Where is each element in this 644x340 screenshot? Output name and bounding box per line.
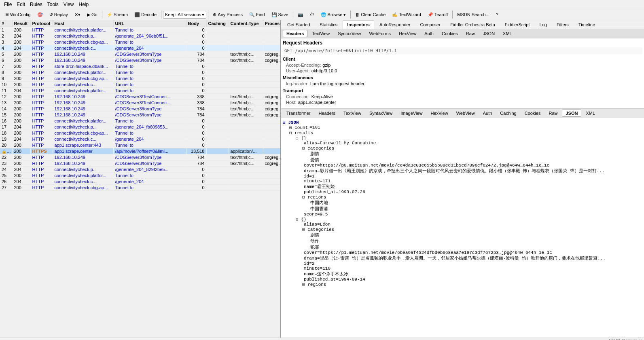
resp-tab-xml[interactable]: XML [582, 110, 599, 117]
cell-caching [206, 148, 229, 154]
resp-tab-transformer[interactable]: Transformer [283, 110, 314, 117]
table-row[interactable]: 18 200 HTTP connectivitycheck.cbg-ap... … [0, 130, 280, 136]
menu-rules[interactable]: Rules [28, 1, 45, 8]
tab-filters[interactable]: Filters [552, 20, 573, 29]
table-row[interactable]: 4 204 HTTP connectivitycheck.c... /gener… [0, 45, 280, 51]
tab-get-started[interactable]: Get Started [283, 20, 314, 29]
table-row[interactable]: 16 200 HTTP connectivitycheck.platfor...… [0, 118, 280, 124]
textwizard-button[interactable]: ✍ TextWizard [389, 11, 424, 19]
json-node: published_at=1994-09-14 [283, 277, 642, 282]
cell-result: 204 [12, 179, 30, 185]
clear-cache-button[interactable]: 🗑 Clear Cache [352, 11, 388, 18]
json-node: id=1 [283, 174, 642, 179]
timer-button[interactable]: ⏱ [307, 11, 317, 18]
keep-dropdown[interactable]: Keep: All sessions ▾ [163, 11, 206, 19]
cell-result: 204 [12, 124, 30, 130]
table-row[interactable]: 5 200 HTTP 192.168.10.249 /CDGServer3/fo… [0, 51, 280, 57]
resp-tab-textview[interactable]: TextView [340, 110, 365, 117]
save-button[interactable]: 💾 Save [269, 11, 291, 19]
go-button[interactable]: ▶ Go [84, 11, 100, 19]
table-row[interactable]: 🔒21 200 HTTPS app1.scrape.center /api/mo… [0, 148, 280, 154]
browse-button[interactable]: 🌐 Browse ▾ [318, 11, 349, 19]
req-tab-auth[interactable]: Auth [421, 30, 437, 37]
table-row[interactable]: 25 200 HTTP connectivitycheck.platfor...… [0, 173, 280, 179]
resp-tab-syntaxview[interactable]: SyntaxView [366, 110, 396, 117]
resp-tab-hexview[interactable]: HexView [427, 110, 451, 117]
table-row[interactable]: 22 200 HTTP 192.168.10.249 /CDGServer3/f… [0, 154, 280, 160]
table-row[interactable]: 27 200 HTTP connectivitycheck.cbg-ap... … [0, 185, 280, 191]
traffic-table[interactable]: # Result Protocol Host URL Body Caching … [0, 20, 280, 338]
table-row[interactable]: 1 200 HTTP connectivitycheck.platfor... … [0, 27, 280, 33]
cell-caching [206, 57, 229, 63]
table-row[interactable]: 8 200 HTTP connectivitycheck.platfor... … [0, 70, 280, 76]
table-row[interactable]: 26 204 HTTP connectivitycheck.c... /gene… [0, 179, 280, 185]
any-process-button[interactable]: ⊕ Any Process [210, 11, 246, 19]
tab-autoresponder[interactable]: AutoResponder [375, 20, 415, 29]
req-tab-xml[interactable]: XML [499, 30, 516, 37]
resp-tab-auth[interactable]: Auth [479, 110, 496, 117]
table-row[interactable]: 11 204 HTTP connectivitycheck.platfor...… [0, 88, 280, 94]
table-row[interactable]: 10 200 HTTP connectivitycheck.c... Tunne… [0, 82, 280, 88]
table-row[interactable]: 17 204 HTTP connectivitycheck.p... /gene… [0, 124, 280, 130]
cell-content-type: text/html;c... [229, 51, 263, 57]
resp-tab-cookies[interactable]: Cookies [521, 110, 544, 117]
tab-composer[interactable]: Composer [415, 20, 445, 29]
menu-edit[interactable]: Edit [14, 1, 28, 8]
screenshot-button[interactable]: 📷 [295, 11, 306, 19]
resp-tab-raw[interactable]: Raw [545, 110, 561, 117]
table-row[interactable]: 13 200 HTTP 192.168.10.249 /CDGServer3/T… [0, 100, 280, 106]
table-row[interactable]: 24 204 HTTP connectivitycheck.p... /gene… [0, 167, 280, 173]
req-tab-cookies[interactable]: Cookies [438, 30, 462, 37]
x-button[interactable]: ✕▾ [72, 11, 83, 19]
req-tab-textview[interactable]: TextView [308, 30, 333, 37]
baton-icon-btn[interactable]: 🎯 [34, 11, 46, 19]
replay-button[interactable]: ↺ Replay [47, 11, 71, 19]
decode-button[interactable]: ⬛ Decode [131, 11, 159, 19]
menu-help[interactable]: Help [76, 1, 91, 8]
table-row[interactable]: 2 204 HTTP connectivitycheck.p... /gener… [0, 33, 280, 39]
req-tab-hexview[interactable]: HexView [395, 30, 420, 37]
table-row[interactable]: 19 204 HTTP connectivitycheck.c... /gene… [0, 136, 280, 142]
col-header-content-type: Content-Type [229, 20, 263, 27]
table-row[interactable]: 6 200 HTTP 192.168.10.249 /CDGServer3/fo… [0, 57, 280, 63]
table-row[interactable]: 3 200 HTTP connectivitycheck.cbg-ap... T… [0, 39, 280, 45]
tab-log[interactable]: Log [535, 20, 551, 29]
table-row[interactable]: 15 200 HTTP 192.168.10.249 /CDGServer3/f… [0, 112, 280, 118]
tab-fiddlerscript[interactable]: FiddlerScript [500, 20, 534, 29]
cell-protocol: HTTP [30, 100, 53, 106]
table-row[interactable]: 23 200 HTTP 192.168.10.249 /CDGServer3/f… [0, 160, 280, 167]
resp-tab-caching[interactable]: Caching [496, 110, 520, 117]
cell-body: 0 [186, 185, 206, 191]
req-tab-webforms[interactable]: WebForms [366, 30, 395, 37]
tab-fiddler-orchestra-beta[interactable]: Fiddler Orchestra Beta [446, 20, 500, 29]
msdn-search-input[interactable]: MSDN Search... [454, 11, 492, 18]
help-button[interactable]: ? [493, 11, 501, 18]
cell-result: 200 [12, 148, 30, 154]
table-row[interactable]: 9 200 HTTP connectivitycheck.cbg-ap... T… [0, 76, 280, 82]
table-row[interactable]: 12 200 HTTP 192.168.10.249 /CDGServer3/T… [0, 94, 280, 100]
find-button[interactable]: 🔍 Find [246, 11, 267, 19]
resp-tab-headers[interactable]: Headers [315, 110, 339, 117]
resp-tab-json[interactable]: JSON [562, 110, 581, 117]
req-tab-syntaxview[interactable]: SyntaxView [334, 30, 364, 37]
req-tab-raw[interactable]: Raw [462, 30, 479, 37]
tab-inspectors[interactable]: Inspectors [343, 20, 374, 29]
table-row[interactable]: 14 200 HTTP 192.168.10.249 /CDGServer3/f… [0, 106, 280, 112]
table-row[interactable]: 20 200 HTTP app1.scrape.center:443 Tunne… [0, 142, 280, 148]
table-row[interactable]: 7 200 HTTP store-drcn.hispace.dbank... T… [0, 63, 280, 70]
stream-button[interactable]: ⚡ Stream [104, 11, 131, 19]
winconfig-button[interactable]: 🖥 WinConfig [2, 11, 34, 18]
json-leaf-value: 剧情 [309, 151, 319, 157]
section-title: Client [283, 57, 642, 61]
req-tab-json[interactable]: JSON [479, 30, 498, 37]
tab-timeline[interactable]: Timeline [574, 20, 600, 29]
resp-tab-imageview[interactable]: ImageView [397, 110, 426, 117]
req-tab-headers[interactable]: Headers [283, 30, 307, 37]
resp-tab-webview[interactable]: WebView [453, 110, 479, 117]
json-node: 爱情 [283, 157, 642, 163]
tearoff-button[interactable]: 📌 Tearoff [425, 11, 451, 19]
menu-file[interactable]: File [2, 1, 14, 8]
menu-tools[interactable]: Tools [45, 1, 61, 8]
menu-view[interactable]: View [61, 1, 76, 8]
tab-statistics[interactable]: Statistics [315, 20, 342, 29]
